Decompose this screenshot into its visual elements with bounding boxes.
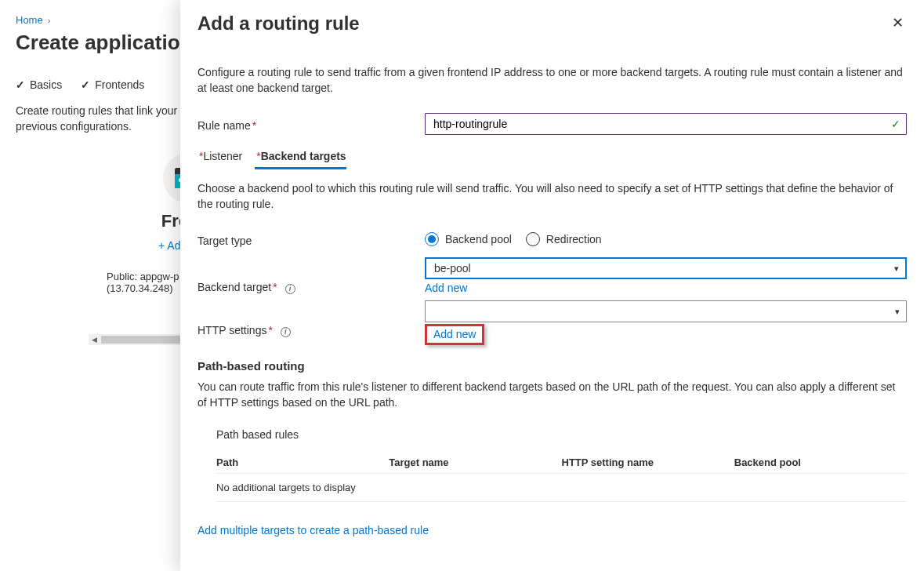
radio-label: Redirection <box>546 233 602 245</box>
backend-target-label: Backend target* i <box>197 257 425 294</box>
page-description: Create routing rules that link your prev… <box>16 104 180 134</box>
col-path: Path <box>216 456 389 468</box>
panel-description: Configure a routing rule to send traffic… <box>197 64 903 96</box>
wizard-step-basics[interactable]: ✓ Basics <box>16 78 62 91</box>
col-http-setting: HTTP setting name <box>562 456 734 468</box>
col-target-name: Target name <box>389 456 561 468</box>
close-icon[interactable]: ✕ <box>889 13 907 33</box>
info-icon[interactable]: i <box>281 327 291 337</box>
add-routing-rule-panel: Add a routing rule ✕ Configure a routing… <box>180 0 924 571</box>
http-settings-select[interactable]: ▾ <box>425 300 907 322</box>
radio-backend-pool[interactable]: Backend pool <box>425 232 512 246</box>
path-routing-heading: Path-based routing <box>197 359 907 373</box>
rule-name-input[interactable] <box>425 113 907 135</box>
check-icon: ✓ <box>16 78 25 91</box>
add-multiple-targets-link[interactable]: Add multiple targets to create a path-ba… <box>197 524 907 536</box>
radio-label: Backend pool <box>445 233 512 245</box>
add-new-http-setting-link[interactable]: Add new <box>433 328 476 340</box>
add-new-backend-link[interactable]: Add new <box>425 282 467 294</box>
target-type-label: Target type <box>197 231 425 247</box>
path-routing-description: You can route traffic from this rule's l… <box>197 379 907 411</box>
rule-name-label: Rule name* <box>197 116 425 132</box>
panel-title: Add a routing rule <box>197 13 360 35</box>
scroll-left-icon[interactable]: ◀ <box>89 334 100 345</box>
path-rules-title: Path based rules <box>216 428 907 441</box>
backend-target-value: be-pool <box>434 262 471 275</box>
check-icon: ✓ <box>81 78 90 91</box>
rule-tabs: *Listener *Backend targets <box>197 145 907 169</box>
http-settings-label: HTTP settings* i <box>197 300 425 337</box>
wizard-step-label: Basics <box>30 78 62 91</box>
tab-backend-targets[interactable]: *Backend targets <box>255 145 346 169</box>
info-icon[interactable]: i <box>285 284 295 294</box>
path-rules-table: Path Target name HTTP setting name Backe… <box>216 452 907 502</box>
radio-icon <box>526 232 540 246</box>
backend-intro: Choose a backend pool to which this rout… <box>197 180 903 213</box>
check-icon: ✓ <box>891 118 900 130</box>
chevron-right-icon: › <box>48 16 51 25</box>
wizard-step-frontends[interactable]: ✓ Frontends <box>81 78 144 91</box>
chevron-down-icon: ▾ <box>894 264 899 274</box>
col-backend-pool: Backend pool <box>734 456 907 468</box>
tab-listener[interactable]: *Listener <box>197 145 242 169</box>
radio-redirection[interactable]: Redirection <box>526 232 602 246</box>
add-new-http-setting-highlight: Add new <box>425 324 484 345</box>
table-empty-row: No additional targets to display <box>216 482 907 493</box>
breadcrumb-home[interactable]: Home <box>16 14 43 26</box>
radio-icon <box>425 232 439 246</box>
wizard-step-label: Frontends <box>95 78 144 91</box>
chevron-down-icon: ▾ <box>895 307 900 317</box>
backend-target-select[interactable]: be-pool ▾ <box>425 257 907 279</box>
